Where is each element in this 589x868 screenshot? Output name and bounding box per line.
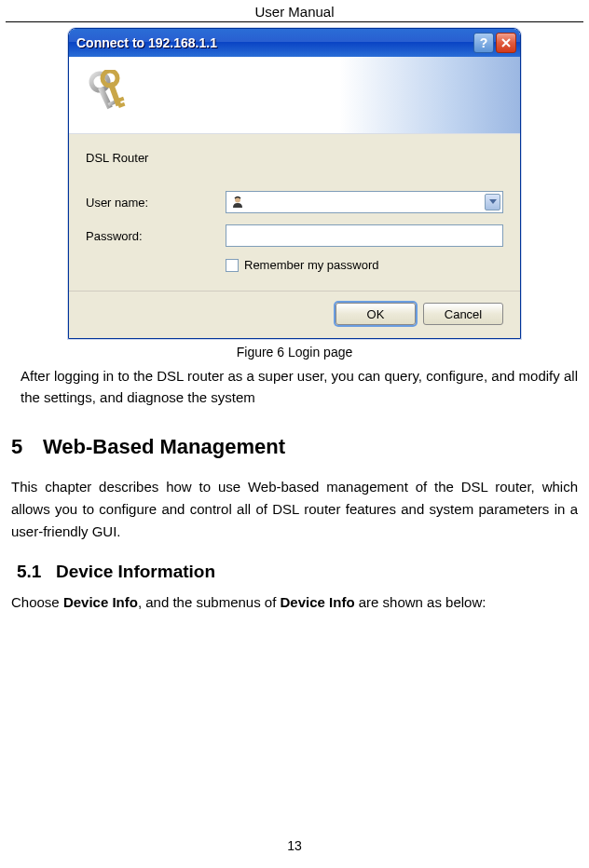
heading-5-number: 5 [11, 435, 43, 459]
cancel-button-label: Cancel [445, 307, 482, 321]
remember-label: Remember my password [244, 258, 379, 272]
server-label: DSL Router [86, 151, 503, 165]
user-icon [230, 195, 245, 210]
section-5-paragraph: This chapter describes how to use Web-ba… [9, 476, 580, 543]
paragraph-after-login: After logging in to the DSL router as a … [9, 365, 580, 409]
figure-caption: Figure 6 Login page [9, 345, 580, 359]
heading-5: 5Web-Based Management [9, 435, 580, 459]
chevron-down-icon[interactable] [485, 194, 500, 210]
dialog-banner [69, 57, 520, 134]
heading-5-1: 5.1Device Information [9, 562, 580, 582]
help-button[interactable]: ? [473, 33, 494, 53]
heading-5-1-title: Device Information [56, 562, 215, 581]
close-button[interactable] [496, 33, 516, 53]
page-number: 13 [0, 838, 589, 853]
ok-button[interactable]: OK [336, 303, 416, 325]
cancel-button[interactable]: Cancel [423, 303, 503, 325]
username-label: User name: [86, 196, 226, 210]
password-input[interactable] [226, 224, 503, 247]
dialog-title: Connect to 192.168.1.1 [76, 35, 472, 50]
help-icon: ? [480, 35, 488, 50]
remember-checkbox[interactable] [226, 259, 239, 272]
username-combobox[interactable] [226, 191, 503, 213]
heading-5-title: Web-Based Management [43, 435, 285, 458]
section-5-1-paragraph: Choose Device Info, and the submenus of … [9, 591, 580, 614]
heading-5-1-number: 5.1 [17, 562, 56, 582]
keys-icon [86, 70, 132, 121]
ok-button-label: OK [367, 307, 385, 321]
password-label: Password: [86, 229, 226, 243]
close-icon [501, 35, 511, 50]
dialog-titlebar: Connect to 192.168.1.1 ? [69, 29, 520, 57]
button-bar-separator [69, 291, 520, 292]
page-header-title: User Manual [0, 0, 589, 21]
login-dialog: Connect to 192.168.1.1 ? [68, 28, 521, 339]
